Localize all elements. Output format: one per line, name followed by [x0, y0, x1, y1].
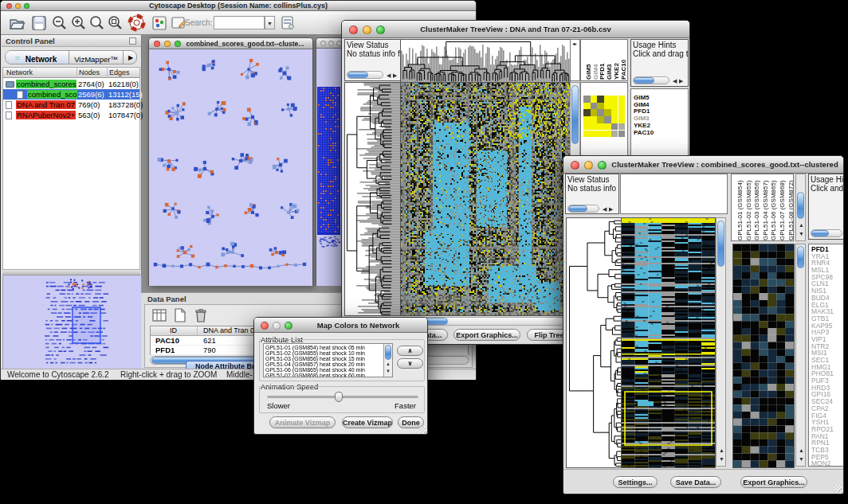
network-tree-row[interactable]: RNAPuberNov2+563(0)107847(0)	[3, 110, 139, 120]
close-icon[interactable]	[320, 41, 326, 46]
tv1-zoom-matrix[interactable]	[583, 96, 626, 138]
move-up-button[interactable]: ∧	[397, 346, 423, 356]
attribute-scroll-thumb[interactable]	[385, 345, 391, 360]
matrix-cell	[583, 96, 591, 103]
tab-vizmapper[interactable]: VizMapper™	[69, 51, 124, 64]
network-window-title-bar[interactable]: combined_scores_good.txt--cluste...	[149, 38, 312, 49]
minimize-icon[interactable]	[584, 161, 593, 170]
maximize-icon[interactable]	[285, 322, 292, 330]
tv2-zoom-scroll-thumb[interactable]	[797, 246, 804, 268]
birdseye-view[interactable]	[2, 275, 142, 369]
tv1-heatmap[interactable]	[400, 82, 571, 316]
close-icon[interactable]	[261, 322, 269, 330]
search-input[interactable]	[214, 16, 265, 29]
scroll-right-icon[interactable]: ▶	[679, 78, 683, 84]
zoom-fit-icon[interactable]	[107, 14, 124, 32]
float-panel-icon[interactable]	[129, 37, 136, 45]
tv1-usage-scroll-thumb[interactable]	[634, 77, 654, 84]
close-icon[interactable]	[154, 41, 160, 47]
settings--button[interactable]: Settings...	[613, 476, 658, 488]
resize-grip[interactable]	[834, 485, 842, 492]
tv2-zoom-scrollbar[interactable]: ▲ ▼	[795, 244, 806, 467]
scroll-left-icon[interactable]: ◀	[603, 206, 607, 212]
main-title-bar[interactable]: Cytoscape Desktop (Session Name: collins…	[1, 1, 476, 11]
vizmapper-icon[interactable]	[151, 14, 168, 32]
scroll-up-icon[interactable]: ▲	[799, 447, 804, 453]
tv1-status-scroll-thumb[interactable]	[347, 72, 368, 78]
attribute-list-scrollbar[interactable]: ▲ ▼	[383, 344, 392, 377]
tv1-row-dendrogram[interactable]	[344, 82, 402, 316]
create-vizmap-button[interactable]: Create Vizmap	[342, 416, 393, 428]
scroll-up-icon[interactable]: ▲	[719, 447, 724, 453]
tv2-vscroll-thumb[interactable]	[717, 221, 724, 267]
tv2-vscrollbar[interactable]: ▲ ▼	[716, 217, 726, 467]
network-tree-row[interactable]: combined_scores2764(0)16218(0)	[3, 79, 139, 89]
treeview2-title-bar[interactable]: ClusterMaker TreeView : combined_scores_…	[563, 156, 843, 174]
search-dropdown[interactable]: ▼	[265, 16, 275, 29]
col-edges[interactable]: Edges	[109, 68, 130, 76]
scroll-left-icon[interactable]: ◀	[387, 72, 391, 78]
scroll-down-icon[interactable]: ▼	[386, 369, 391, 374]
network-graph-canvas[interactable]	[149, 49, 312, 286]
row-value: 790	[203, 346, 216, 354]
id-column[interactable]: ID	[170, 326, 177, 334]
tv2-label-scroll-thumb[interactable]	[797, 192, 804, 219]
zoom-out-icon[interactable]	[51, 14, 69, 32]
col-network[interactable]: Network	[6, 68, 33, 76]
delete-attribute-icon[interactable]	[193, 307, 209, 323]
tab-network[interactable]: ⁙ Network	[6, 51, 69, 64]
scroll-down-icon[interactable]: ▼	[799, 231, 804, 236]
new-attribute-icon[interactable]	[172, 307, 188, 323]
treeview1-title-bar[interactable]: ClusterMaker TreeView : DNA and Tran 07-…	[342, 21, 689, 38]
help-lifesaver-icon[interactable]	[128, 14, 146, 32]
col-nodes[interactable]: Nodes	[79, 68, 100, 76]
scroll-up-icon[interactable]: ▲	[799, 222, 804, 228]
export-graphics--button[interactable]: Export Graphics...	[453, 329, 520, 341]
minimize-icon[interactable]	[273, 322, 281, 330]
network-table: Network Nodes Edges combined_scores2764(…	[2, 67, 140, 270]
gene-label[interactable]: MON2	[811, 459, 831, 467]
search-config-icon[interactable]	[280, 14, 297, 32]
matrix-cell	[611, 123, 618, 131]
tv2-row-dendrogram[interactable]	[566, 217, 622, 468]
scroll-down-icon[interactable]: ▼	[799, 456, 804, 462]
dialog-title-bar[interactable]: Map Colors to Network	[254, 318, 427, 333]
save-icon[interactable]	[30, 14, 48, 32]
resize-arrows-icon[interactable]: ◂▸	[572, 41, 577, 47]
network-graph-canvas-2[interactable]	[316, 49, 341, 286]
open-file-icon[interactable]	[8, 14, 26, 32]
attribute-list-item[interactable]: GPL51-07 (GSM868) heat shock 60 min	[265, 373, 365, 378]
minimize-icon[interactable]	[164, 41, 171, 47]
tv2-usage-scroll-thumb[interactable]	[811, 230, 829, 236]
scroll-up-icon[interactable]: ▲	[386, 361, 391, 367]
minimize-icon[interactable]	[328, 41, 334, 46]
tv2-zoom-heatmap[interactable]	[732, 244, 795, 468]
tab-more[interactable]: ▶	[124, 51, 137, 64]
network-tree-row[interactable]: combined_sco2569(6)13112(15)	[3, 89, 139, 100]
export-graphics--button[interactable]: Export Graphics...	[740, 476, 807, 488]
tv2-status-scroll-thumb[interactable]	[568, 205, 587, 212]
resize-grip[interactable]	[420, 427, 426, 433]
network-tree-row[interactable]: DNA and Tran 07769(0)183728(0)	[3, 100, 139, 110]
scroll-right-icon[interactable]: ▶	[609, 206, 613, 212]
control-panel-title: Control Panel	[6, 37, 55, 45]
scroll-right-icon[interactable]: ▶	[393, 72, 397, 78]
zoom-in-icon[interactable]	[70, 14, 88, 32]
tv1-column-dendrogram[interactable]	[400, 39, 571, 83]
speed-slider-track[interactable]	[267, 396, 418, 398]
close-icon[interactable]	[571, 161, 579, 170]
maximize-icon[interactable]	[598, 161, 607, 170]
scroll-down-icon[interactable]: ▼	[719, 456, 724, 462]
speed-slider-thumb[interactable]	[335, 392, 343, 402]
maximize-icon[interactable]	[175, 41, 181, 47]
attribute-select-icon[interactable]	[151, 307, 167, 323]
tv2-label-scrollbar[interactable]: ▲ ▼	[795, 174, 806, 241]
tv2-heatmap[interactable]	[621, 217, 716, 468]
move-down-button[interactable]: ∨	[397, 358, 423, 369]
animate-vizmap-button[interactable]: Animate Vizmap	[269, 416, 336, 428]
scroll-left-icon[interactable]: ◀	[673, 78, 677, 84]
save-data--button[interactable]: Save Data...	[670, 476, 721, 488]
tv1-vscroll-thumb[interactable]	[571, 85, 579, 144]
network-window2-title-bar[interactable]	[316, 38, 341, 49]
zoom-selected-icon[interactable]	[88, 14, 106, 32]
